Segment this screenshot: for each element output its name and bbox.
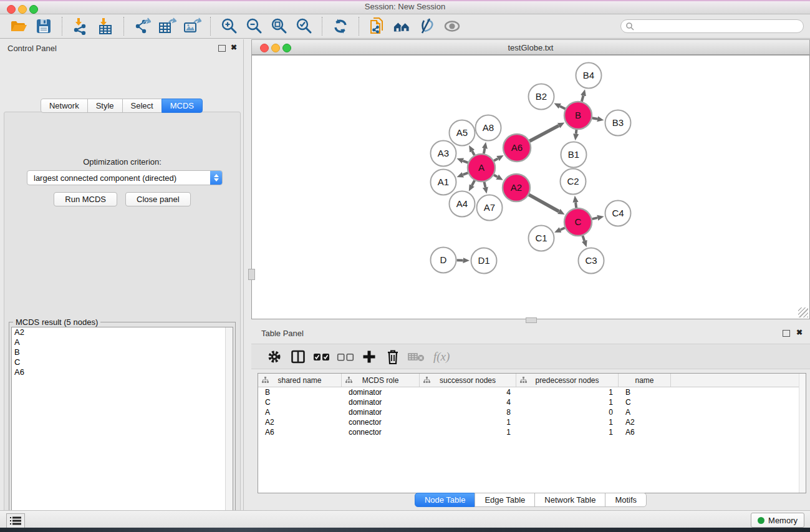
table-cell[interactable]: 1 [516,428,619,437]
mcds-result-item[interactable]: B [12,347,233,357]
table-row[interactable]: A2connector11A2 [258,417,806,427]
graph-edge-B-B1[interactable] [576,130,577,134]
table-settings-gear-icon[interactable] [265,347,284,366]
zoom-fit-icon[interactable] [269,17,288,36]
table-cell[interactable]: connector [342,428,420,437]
mcds-result-item[interactable]: A2 [12,327,233,337]
memory-button[interactable]: Memory [751,513,804,528]
table-row[interactable]: Adominator80A [258,407,806,417]
zoom-selected-icon[interactable] [294,17,313,36]
table-tab-network-table[interactable]: Network Table [534,493,605,507]
graph-edge-A-A1[interactable] [463,173,468,175]
table-tab-node-table[interactable]: Node Table [415,493,476,507]
graph-edge-A6-B[interactable] [529,125,559,141]
task-history-button[interactable] [6,513,25,528]
table-cell[interactable]: connector [342,418,420,427]
table-cell[interactable]: B [258,388,342,397]
export-network-icon[interactable] [133,17,152,36]
graph-edge-C-C4[interactable] [592,218,597,219]
run-mcds-button[interactable]: Run MCDS [54,192,117,206]
deselect-all-rows-icon[interactable] [336,347,355,366]
import-table-icon[interactable] [96,17,115,36]
table-cell[interactable]: C [258,398,342,407]
save-session-icon[interactable] [34,17,53,36]
create-column-plus-icon[interactable] [360,347,378,366]
table-tab-motifs[interactable]: Motifs [605,493,647,507]
delete-columns-trash-icon[interactable] [383,347,402,366]
table-scrollbar[interactable] [799,374,806,493]
table-row[interactable]: Cdominator41C [258,397,806,407]
table-cell[interactable]: A [619,408,671,417]
column-header-successor-nodes[interactable]: successor nodes [420,374,516,387]
table-cell[interactable]: 8 [420,408,516,417]
table-row[interactable]: A6connector11A6 [258,427,806,437]
float-panel-icon[interactable] [783,330,790,337]
export-table-icon[interactable] [158,17,176,36]
column-header-shared-name[interactable]: shared name [258,374,342,387]
graph-edge-A-A5[interactable] [472,151,475,155]
divider-grip-icon[interactable] [526,317,537,323]
zoom-out-icon[interactable] [244,17,263,36]
graph-edge-A-A4[interactable] [472,180,475,185]
table-cell[interactable]: dominator [342,388,420,397]
table-cell[interactable]: B [619,388,671,397]
select-all-rows-icon[interactable] [312,347,331,366]
close-panel-icon[interactable]: ✖ [231,44,237,51]
mcds-result-item[interactable]: A6 [12,367,233,377]
table-cell[interactable]: A6 [619,428,671,437]
table-cell[interactable]: A6 [258,428,342,437]
close-panel-button[interactable]: Close panel [125,192,191,206]
table-cell[interactable]: A [258,408,342,417]
network-from-selection-icon[interactable] [368,17,387,36]
control-tab-mcds[interactable]: MCDS [162,99,203,113]
graph-edge-A-A3[interactable] [463,161,468,163]
graph-edge-A-A6[interactable] [494,158,498,161]
graph-edge-C-C1[interactable] [561,228,565,230]
column-selector-icon[interactable] [289,347,307,366]
mcds-result-list[interactable]: A2ABCA6 [11,327,233,531]
table-cell[interactable]: 0 [516,408,619,417]
criterion-dropdown[interactable]: largest connected component (directed) [27,170,223,185]
control-tab-network[interactable]: Network [41,99,88,113]
graph-edge-B-B4[interactable] [582,95,583,101]
divider-grip-icon[interactable] [248,269,255,280]
column-header-predecessor-nodes[interactable]: predecessor nodes [516,374,619,387]
refresh-icon[interactable] [331,17,350,36]
table-cell[interactable]: A2 [258,418,342,427]
network-canvas[interactable]: B4B2BB3A8A5A6A3B1AC2A1A2A4A7C4CC1C3DD1 [251,55,810,319]
table-cell[interactable]: 4 [420,398,516,407]
float-panel-icon[interactable] [218,45,226,52]
table-cell[interactable]: dominator [342,408,420,417]
graph-edge-C-C2[interactable] [576,202,576,208]
show-hide-graphics-icon[interactable] [418,17,436,36]
table-cell[interactable]: 1 [420,428,516,437]
table-cell[interactable]: 1 [516,418,619,427]
control-tab-style[interactable]: Style [87,99,123,113]
show-hide-annotations-eye-icon[interactable] [443,17,461,36]
table-tab-edge-table[interactable]: Edge Table [475,493,535,507]
graph-edge-B-B2[interactable] [560,106,566,109]
column-header-MCDS-role[interactable]: MCDS role [342,374,420,387]
control-tab-select[interactable]: Select [122,99,162,113]
table-cell[interactable]: A2 [619,418,671,427]
mcds-list-scrollbar[interactable] [225,327,233,531]
export-image-icon[interactable] [183,17,201,36]
graph-edge-A-A2[interactable] [494,175,498,177]
function-builder-icon[interactable]: f(x) [433,350,450,364]
table-row[interactable]: Bdominator41B [258,387,806,397]
window-resize-handle[interactable] [798,307,808,317]
graph-edge-A2-C[interactable] [529,195,559,211]
graph-edge-B-B3[interactable] [592,118,597,119]
table-cell[interactable]: 4 [420,388,516,397]
search-field[interactable] [620,19,804,33]
close-panel-icon[interactable]: ✖ [796,329,803,336]
table-cell[interactable]: 1 [420,418,516,427]
graph-edge-A-A8[interactable] [484,148,485,153]
delete-table-icon[interactable] [407,347,426,366]
table-cell[interactable]: C [619,398,671,407]
mcds-result-item[interactable]: A [12,337,233,347]
graph-edge-C-C3[interactable] [582,236,584,241]
search-input[interactable] [637,21,796,31]
first-neighbors-icon[interactable] [393,17,412,36]
mcds-result-item[interactable]: C [12,357,233,367]
